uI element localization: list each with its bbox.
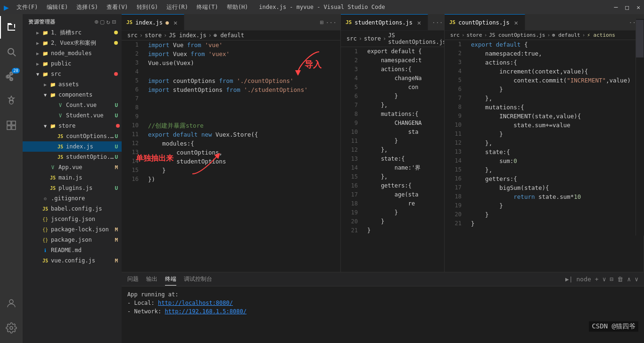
more-actions-icon[interactable]: ··· [326, 19, 337, 26]
code-content-2[interactable]: export default { namespaced:t actions:{ … [363, 47, 438, 272]
tree-item-public[interactable]: ▶ 📁 public [23, 58, 122, 69]
tab-student-options[interactable]: JS studentOptions.js ✕ [341, 14, 428, 31]
menu-view[interactable]: 查看(V) [103, 2, 132, 12]
svg-rect-16 [7, 126, 11, 130]
tree-item-components[interactable]: ▼ 📁 components [23, 90, 122, 100]
breadcrumb-store: store [145, 32, 162, 39]
file-badge: U [115, 102, 118, 108]
svg-point-19 [10, 327, 13, 329]
tree-item-package-lock[interactable]: {} package-lock.json M [23, 224, 122, 235]
svg-rect-1 [8, 24, 8, 31]
sidebar-header-actions[interactable]: ⊕ ▢ ↻ ⊟ [94, 18, 116, 25]
tree-label: vue.config.js [51, 257, 115, 264]
activity-settings[interactable] [0, 317, 23, 339]
menu-edit[interactable]: 编辑(E) [43, 2, 72, 12]
tab-index-js[interactable]: JS index.js ● ✕ [122, 14, 184, 31]
tree-item-vuexcase[interactable]: ▶ 📁 2、Vuex求和案例 [23, 38, 122, 48]
menu-terminal[interactable]: 终端(T) [193, 2, 222, 12]
tree-item-assets[interactable]: ▶ 📁 assets [23, 79, 122, 90]
tree-item-package-json[interactable]: {} package.json M [23, 235, 122, 245]
terminal-maximize-icon[interactable]: ∨ [635, 276, 638, 283]
panel-actions[interactable]: ▶| node + ∨ ⊟ 🗑 ∧ ∨ [565, 276, 638, 283]
vscode-logo: ▶ [4, 2, 9, 12]
tree-item-app-vue[interactable]: V App.vue M [23, 162, 122, 172]
tree-item-index-js[interactable]: JS index.js U [23, 141, 122, 152]
svg-line-6 [13, 54, 16, 56]
terminal-content[interactable]: App running at: - Local: http://localhos… [122, 286, 644, 343]
terminal-split-icon[interactable]: + [595, 276, 599, 283]
panel-tab-problems[interactable]: 问题 [127, 273, 139, 285]
tree-item-countOptions[interactable]: JS countOptions.js U [23, 131, 122, 141]
terminal-link-network[interactable]: http://192.168.1.5:8080/ [165, 308, 246, 315]
close-icon[interactable]: ✕ [636, 4, 640, 11]
tree-item-main-js[interactable]: JS main.js [23, 172, 122, 183]
menu-bar[interactable]: 文件(F) 编辑(E) 选择(S) 查看(V) 转到(G) 运行(R) 终端(T… [13, 2, 252, 12]
tree-item-jsconfig[interactable]: {} jsconfig.json [23, 214, 122, 224]
collapse-icon[interactable]: ⊟ [112, 18, 116, 25]
tree-label: studentOptio... [66, 154, 115, 160]
tree-label: assets [58, 81, 122, 88]
tree-item-pluginsrc[interactable]: ▶ 📁 1、插槽src [23, 27, 122, 38]
tree-item-student-vue[interactable]: V Student.vue U [23, 110, 122, 121]
tree-item-count-vue[interactable]: V Count.vue U [23, 100, 122, 110]
panel-tab-output[interactable]: 输出 [146, 273, 157, 285]
bottom-panel: 问题 输出 终端 调试控制台 ▶| node + ∨ ⊟ 🗑 ∧ ∨ App r… [122, 272, 644, 343]
menu-select[interactable]: 选择(S) [73, 2, 102, 12]
menu-goto[interactable]: 转到(G) [133, 2, 162, 12]
scrollbar-1[interactable] [334, 41, 340, 272]
activity-search[interactable] [0, 41, 23, 63]
more-actions-icon[interactable]: ··· [432, 19, 443, 26]
terminal-new-icon[interactable]: ▶| node [565, 276, 591, 283]
terminal-trash-icon[interactable]: 🗑 [617, 276, 623, 283]
panel-tab-terminal[interactable]: 终端 [165, 273, 176, 286]
activity-account[interactable] [0, 292, 23, 315]
breadcrumb-default: ⊕ default [552, 32, 580, 38]
tree-item-babel-config[interactable]: JS babel.config.js [23, 204, 122, 214]
tree-item-plugins-js[interactable]: JS plugins.js U [23, 183, 122, 193]
maximize-icon[interactable]: □ [625, 4, 629, 11]
split-editor-icon[interactable]: ⊞ [320, 19, 324, 26]
panel-tab-debug[interactable]: 调试控制台 [184, 273, 212, 285]
tree-item-gitignore[interactable]: ⊙ .gitignore [23, 193, 122, 204]
tab-count-options[interactable]: JS countOptions.js ✕ [445, 14, 525, 31]
split-editors: JS index.js ● ✕ ⊞ ··· src › store › JS [122, 14, 644, 272]
new-file-icon[interactable]: ⊕ [94, 18, 98, 25]
tree-item-src[interactable]: ▼ 📁 src [23, 69, 122, 79]
file-badge: M [115, 227, 118, 233]
sidebar-header: 资源管理器 ⊕ ▢ ↻ ⊟ [23, 14, 122, 27]
terminal-close-icon[interactable]: ∧ [627, 276, 631, 283]
menu-help[interactable]: 帮助(H) [223, 2, 252, 12]
terminal-dropdown-icon[interactable]: ∨ [603, 276, 606, 283]
tree-item-vue-config[interactable]: JS vue.config.js M [23, 255, 122, 266]
tab-close-button[interactable]: ✕ [172, 19, 179, 26]
tab-actions-1[interactable]: ⊞ ··· [316, 19, 340, 26]
activity-debug[interactable] [0, 90, 23, 112]
menu-run[interactable]: 运行(R) [163, 2, 192, 12]
tab-close-button[interactable]: ✕ [415, 19, 423, 26]
activity-scm[interactable]: 28 [0, 65, 23, 88]
tree-item-nodemodules[interactable]: ▶ 📁 node_modules [23, 48, 122, 58]
scrollbar-2[interactable] [438, 47, 444, 272]
new-folder-icon[interactable]: ▢ [100, 18, 104, 25]
menu-file[interactable]: 文件(F) [13, 2, 42, 12]
tree-item-studentOptions[interactable]: JS studentOptio... U [23, 152, 122, 162]
activity-extensions[interactable] [0, 114, 23, 137]
tree-label: 2、Vuex求和案例 [51, 39, 114, 47]
tree-item-readme[interactable]: ℹ README.md [23, 245, 122, 255]
code-content-1[interactable]: import Vue from 'vue' import Vuex from '… [144, 41, 334, 272]
tree-item-store[interactable]: ▼ 📁 store [23, 121, 122, 131]
line-numbers-2: 123456 789101112 131415161718 192021 [341, 47, 363, 272]
svg-rect-0 [8, 23, 11, 24]
svg-rect-14 [7, 121, 11, 125]
sidebar-title: 资源管理器 [28, 18, 56, 25]
refresh-icon[interactable]: ↻ [106, 18, 110, 25]
window-controls[interactable]: ─ □ ✕ [614, 4, 640, 11]
tab-close-button[interactable]: ✕ [512, 19, 520, 26]
minimize-icon[interactable]: ─ [614, 4, 618, 11]
tree-label: package-lock.json [51, 226, 115, 233]
terminal-link-local[interactable]: http://localhost:8080/ [158, 300, 233, 306]
activity-explorer[interactable] [0, 16, 23, 39]
tab-actions-2[interactable]: ··· [428, 19, 444, 26]
code-content-3[interactable]: export default { namespaced:true, action… [467, 40, 637, 272]
terminal-layout-icon[interactable]: ⊟ [610, 276, 614, 283]
